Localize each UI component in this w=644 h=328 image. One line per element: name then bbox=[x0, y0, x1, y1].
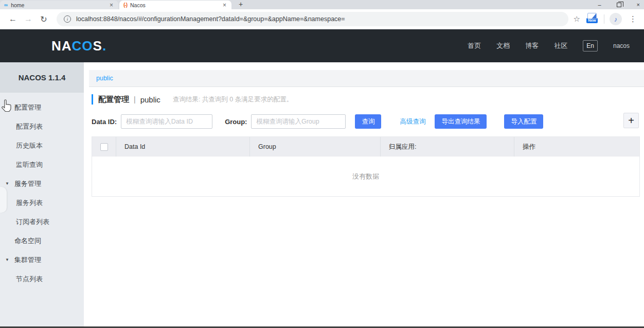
table-header-checkbox-cell bbox=[92, 137, 116, 157]
sidebar-item-label: 节点列表 bbox=[16, 274, 43, 284]
sidebar-collapse-handle[interactable] bbox=[0, 187, 7, 213]
sidebar: NACOS 1.1.4 ▼ 配置管理 配置列表 历史版本 监听查询 ▼ 服务管理… bbox=[0, 62, 84, 326]
sidebar-item-config-list[interactable]: 配置列表 bbox=[0, 117, 84, 136]
title-accent-bar bbox=[92, 94, 93, 105]
export-query-results-button[interactable]: 导出查询结果 bbox=[435, 114, 487, 129]
sidebar-item-node-list[interactable]: 节点列表 bbox=[0, 269, 84, 288]
main-content: public 配置管理 | public 查询结果: 共查询到 0 条满足要求的… bbox=[84, 62, 644, 326]
sidebar-item-label: 服务列表 bbox=[16, 198, 43, 208]
no-data-text: 没有数据 bbox=[352, 172, 379, 181]
import-config-button[interactable]: 导入配置 bbox=[504, 114, 543, 129]
sidebar-item-label: 集群管理 bbox=[14, 255, 41, 265]
username-label[interactable]: nacos bbox=[613, 42, 630, 49]
close-icon[interactable]: × bbox=[637, 2, 640, 8]
browser-tab-home[interactable]: ∞ home × bbox=[0, 1, 118, 9]
sidebar-item-config-management[interactable]: ▼ 配置管理 bbox=[0, 98, 84, 117]
group-label: Group: bbox=[225, 118, 247, 126]
tab-title: Nacos bbox=[130, 2, 222, 8]
browser-tab-strip: ∞ home × (-) Nacos × + – × bbox=[0, 0, 644, 9]
window-controls: – × bbox=[598, 0, 640, 9]
header-nav: 首页 文档 博客 社区 En nacos bbox=[468, 40, 630, 51]
address-bar[interactable]: i localhost:8848/nacos/#/configurationMa… bbox=[57, 12, 568, 26]
search-button[interactable]: 查询 bbox=[355, 114, 381, 129]
extension-icon[interactable]: New bbox=[585, 13, 599, 25]
nav-home-link[interactable]: 首页 bbox=[468, 41, 481, 50]
chevron-down-icon: ▼ bbox=[5, 257, 9, 262]
table-header-operations: 操作 bbox=[514, 137, 639, 157]
query-result-summary: 查询结果: 共查询到 0 条满足要求的配置。 bbox=[173, 95, 293, 104]
namespace-tab-public[interactable]: public bbox=[89, 75, 120, 82]
sidebar-menu: ▼ 配置管理 配置列表 历史版本 监听查询 ▼ 服务管理 服务列表 订阅者列表 bbox=[0, 93, 84, 288]
nacos-infinity-favicon-icon: ∞ bbox=[4, 2, 8, 8]
sidebar-item-label: 历史版本 bbox=[16, 141, 43, 150]
nav-community-link[interactable]: 社区 bbox=[554, 41, 567, 50]
toolbar-right: ☆ New ♪ ⋮ bbox=[574, 13, 639, 25]
nacos-logo[interactable]: NACOS. bbox=[51, 38, 106, 54]
restore-icon[interactable] bbox=[617, 3, 621, 7]
sidebar-item-label: 监听查询 bbox=[16, 160, 43, 169]
query-form: Data ID: Group: 查询 高级查询 导出查询结果 导入配置 + bbox=[92, 114, 639, 129]
bookmark-star-icon[interactable]: ☆ bbox=[574, 14, 580, 24]
music-extension-icon[interactable]: ♪ bbox=[610, 13, 622, 25]
nacos-header: NACOS. 首页 文档 博客 社区 En nacos bbox=[0, 29, 644, 62]
advanced-query-link[interactable]: 高级查询 bbox=[400, 117, 425, 126]
table-empty-state: 没有数据 bbox=[92, 157, 639, 196]
logo-text-blue: CO bbox=[72, 38, 93, 54]
sidebar-item-subscriber-list[interactable]: 订阅者列表 bbox=[0, 212, 84, 231]
table-header-application: 归属应用: bbox=[380, 137, 514, 157]
sidebar-item-service-list[interactable]: 服务列表 bbox=[0, 193, 84, 212]
table-header-dataid: Data Id bbox=[116, 137, 249, 157]
browser-menu-icon[interactable]: ⋮ bbox=[627, 14, 639, 24]
logo-text: S bbox=[93, 38, 102, 54]
sidebar-item-label: 配置列表 bbox=[16, 122, 43, 131]
sidebar-item-cluster-management[interactable]: ▼ 集群管理 bbox=[0, 250, 84, 269]
site-info-icon[interactable]: i bbox=[64, 15, 71, 23]
sidebar-item-label: 命名空间 bbox=[14, 236, 41, 246]
mouse-hand-cursor-icon bbox=[1, 99, 12, 112]
toolbar-divider bbox=[604, 14, 604, 24]
sidebar-item-label: 配置管理 bbox=[14, 103, 41, 112]
sidebar-item-namespace[interactable]: 命名空间 bbox=[0, 231, 84, 250]
select-all-checkbox[interactable] bbox=[100, 143, 108, 151]
table-header-group: Group bbox=[249, 137, 380, 157]
language-toggle-button[interactable]: En bbox=[583, 40, 598, 51]
nav-docs-link[interactable]: 文档 bbox=[496, 41, 510, 50]
url-text[interactable]: localhost:8848/nacos/#/configurationMana… bbox=[76, 15, 345, 23]
config-table: Data Id Group 归属应用: 操作 没有数据 bbox=[92, 136, 640, 197]
new-tab-button[interactable]: + bbox=[239, 0, 243, 8]
page-title-namespace: public bbox=[140, 95, 160, 104]
browser-toolbar: ← → ↻ i localhost:8848/nacos/#/configura… bbox=[0, 9, 644, 29]
refresh-icon[interactable]: ↻ bbox=[36, 14, 51, 24]
tab-close-icon[interactable]: × bbox=[109, 2, 114, 9]
section-header: 配置管理 | public 查询结果: 共查询到 0 条满足要求的配置。 bbox=[92, 94, 644, 105]
nacos-favicon-icon: (-) bbox=[123, 2, 127, 8]
logo-text: NA bbox=[51, 38, 72, 54]
sidebar-item-label: 服务管理 bbox=[14, 179, 41, 188]
extension-glyph-icon bbox=[587, 13, 597, 19]
table-header-row: Data Id Group 归属应用: 操作 bbox=[92, 137, 639, 157]
tab-close-icon[interactable]: × bbox=[222, 2, 227, 9]
tab-title: home bbox=[11, 2, 109, 8]
namespace-tab-bar: public bbox=[89, 70, 644, 87]
browser-tab-nacos[interactable]: (-) Nacos × bbox=[119, 1, 231, 9]
chevron-down-icon: ▼ bbox=[5, 181, 9, 186]
add-config-button[interactable]: + bbox=[623, 113, 639, 128]
forward-icon: → bbox=[21, 14, 36, 24]
logo-dot: . bbox=[102, 38, 106, 54]
back-icon[interactable]: ← bbox=[5, 14, 21, 24]
title-separator: | bbox=[134, 95, 136, 103]
dataid-label: Data ID: bbox=[92, 118, 117, 126]
group-input[interactable] bbox=[251, 114, 346, 129]
page-title: 配置管理 bbox=[98, 95, 129, 105]
dataid-input[interactable] bbox=[121, 114, 212, 129]
sidebar-item-service-management[interactable]: ▼ 服务管理 bbox=[0, 174, 84, 193]
sidebar-item-listener-query[interactable]: 监听查询 bbox=[0, 155, 84, 174]
sidebar-item-label: 订阅者列表 bbox=[16, 217, 49, 227]
sidebar-version-title: NACOS 1.1.4 bbox=[0, 62, 84, 93]
sidebar-item-history-versions[interactable]: 历史版本 bbox=[0, 136, 84, 155]
nav-blog-link[interactable]: 博客 bbox=[525, 41, 539, 50]
minimize-icon[interactable]: – bbox=[598, 2, 601, 8]
